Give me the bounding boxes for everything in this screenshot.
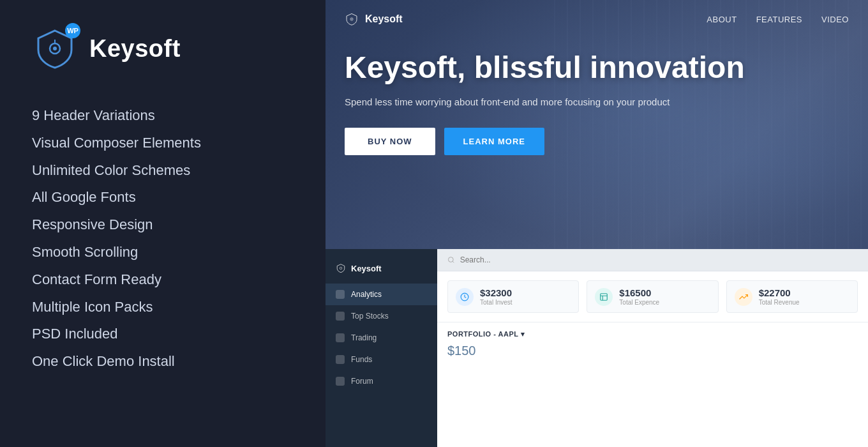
- left-panel: WP Keysoft 9 Header VariationsVisual Com…: [0, 0, 326, 447]
- hero-subtitle: Spend less time worrying about front-end…: [345, 96, 715, 107]
- right-panel: Keysoft ABOUTFEATURESVIDEO Keysoft, blis…: [326, 0, 868, 447]
- search-bar: [437, 249, 868, 271]
- mini-nav-label: Top Stocks: [351, 312, 389, 321]
- feature-item: 9 Header Variations: [32, 102, 294, 130]
- hero-content: Keysoft, blissful innovation Spend less …: [345, 51, 849, 155]
- hero-title: Keysoft, blissful innovation: [345, 51, 849, 85]
- feature-item: Multiple Icon Packs: [32, 294, 294, 321]
- search-input[interactable]: [460, 255, 858, 264]
- nav-link-features[interactable]: FEATURES: [756, 15, 802, 24]
- stat-info-2: $22700Total Revenue: [759, 287, 800, 306]
- stat-label-0: Total Invest: [480, 299, 513, 306]
- feature-item: Visual Composer Elements: [32, 130, 294, 157]
- nav-link-video[interactable]: VIDEO: [821, 15, 849, 24]
- nav-logo: Keysoft: [345, 12, 403, 26]
- mini-nav-icon: [336, 377, 345, 386]
- dashboard-preview: Keysoft AnalyticsTop StocksTradingFundsF…: [326, 249, 868, 447]
- stat-icon-1: [595, 288, 613, 306]
- features-list: 9 Header VariationsVisual Composer Eleme…: [32, 102, 294, 375]
- stat-icon-2: [735, 288, 752, 306]
- stat-card-2: $22700Total Revenue: [726, 280, 858, 313]
- nav-links: ABOUTFEATURESVIDEO: [707, 15, 849, 24]
- nav-logo-text: Keysoft: [365, 13, 403, 25]
- mini-main-area: $32300Total Invest$16500Total Expence$22…: [437, 249, 868, 447]
- mini-shield-icon: [336, 263, 346, 273]
- portfolio-value: $150: [447, 344, 858, 358]
- mini-sidebar-header: Keysoft: [326, 257, 437, 284]
- stats-row: $32300Total Invest$16500Total Expence$22…: [437, 271, 868, 322]
- feature-item: Contact Form Ready: [32, 266, 294, 294]
- stat-card-1: $16500Total Expence: [587, 280, 718, 313]
- logo-icon-wrap: WP: [32, 26, 78, 72]
- mini-nav-label: Analytics: [351, 290, 382, 299]
- svg-rect-8: [601, 293, 608, 300]
- hero-buttons: BUY NOW LEARN MORE: [345, 128, 849, 155]
- feature-item: One Click Demo Install: [32, 348, 294, 375]
- stat-card-0: $32300Total Invest: [447, 280, 579, 313]
- brand-name: Keysoft: [89, 35, 181, 63]
- svg-point-4: [351, 19, 352, 20]
- mini-nav-icon: [336, 312, 345, 321]
- feature-item: Smooth Scrolling: [32, 239, 294, 266]
- portfolio-title: PORTFOLIO - AAPL ▾: [447, 330, 858, 338]
- mini-nav-label: Trading: [351, 333, 377, 342]
- mini-sidebar-brand: Keysoft: [351, 264, 382, 273]
- mini-nav-item-funds[interactable]: Funds: [326, 349, 437, 370]
- stat-value-2: $22700: [759, 287, 800, 298]
- stat-info-0: $32300Total Invest: [480, 287, 513, 306]
- feature-item: PSD Included: [32, 321, 294, 348]
- mini-nav-label: Funds: [351, 355, 372, 364]
- stat-info-1: $16500Total Expence: [619, 287, 659, 306]
- mini-nav-item-forum[interactable]: Forum: [326, 370, 437, 392]
- portfolio-section: PORTFOLIO - AAPL ▾ $150: [437, 322, 868, 447]
- search-icon: [447, 256, 455, 264]
- svg-point-5: [340, 267, 342, 269]
- top-navigation: Keysoft ABOUTFEATURESVIDEO: [326, 0, 868, 38]
- nav-shield-icon: [345, 12, 359, 26]
- wp-badge: WP: [65, 23, 80, 38]
- stat-label-1: Total Expence: [619, 299, 659, 306]
- mini-nav-label: Forum: [351, 377, 373, 386]
- mini-nav-item-trading[interactable]: Trading: [326, 327, 437, 349]
- mini-sidebar: Keysoft AnalyticsTop StocksTradingFundsF…: [326, 249, 437, 447]
- stat-value-1: $16500: [619, 287, 659, 298]
- feature-item: All Google Fonts: [32, 184, 294, 211]
- mini-nav-item-top-stocks[interactable]: Top Stocks: [326, 305, 437, 327]
- feature-item: Unlimited Color Schemes: [32, 157, 294, 185]
- svg-point-1: [53, 47, 57, 50]
- stat-label-2: Total Revenue: [759, 299, 800, 306]
- mini-nav-icon: [336, 333, 345, 342]
- mini-nav-items: AnalyticsTop StocksTradingFundsForum: [326, 284, 437, 392]
- stat-icon-0: [456, 288, 474, 306]
- svg-point-6: [448, 257, 453, 262]
- mini-nav-icon: [336, 355, 345, 364]
- logo-area: WP Keysoft: [32, 26, 294, 72]
- mini-nav-icon: [336, 290, 345, 299]
- buy-now-button[interactable]: BUY NOW: [345, 128, 435, 155]
- nav-link-about[interactable]: ABOUT: [707, 15, 737, 24]
- mini-nav-item-analytics[interactable]: Analytics: [326, 284, 437, 305]
- learn-more-button[interactable]: LEARN MORE: [444, 128, 544, 155]
- feature-item: Responsive Design: [32, 211, 294, 239]
- stat-value-0: $32300: [480, 287, 513, 298]
